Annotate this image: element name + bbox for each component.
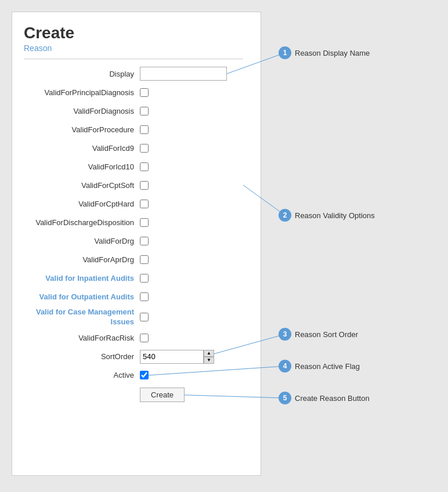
row-valid-inpatient: Valid for Inpatient Audits bbox=[24, 270, 243, 285]
checkbox-valid-drg[interactable] bbox=[140, 237, 149, 245]
label-valid-icd9: ValidForIcd9 bbox=[24, 144, 140, 153]
checkbox-valid-diagnosis[interactable] bbox=[140, 107, 149, 115]
checkbox-valid-aprdrg[interactable] bbox=[140, 255, 149, 264]
label-valid-inpatient: Valid for Inpatient Audits bbox=[24, 274, 140, 283]
row-valid-diagnosis: ValidForDiagnosis bbox=[24, 103, 243, 118]
row-valid-racrisk: ValidForRacRisk bbox=[24, 331, 243, 346]
annotation-2: 2 Reason Validity Options bbox=[279, 209, 375, 222]
active-row: Active bbox=[24, 368, 243, 383]
label-valid-racrisk: ValidForRacRisk bbox=[24, 334, 140, 342]
row-valid-case-mgmt: Valid for Case ManagementIssues bbox=[24, 308, 243, 327]
create-button-row: Create bbox=[24, 388, 243, 403]
row-valid-cpthard: ValidForCptHard bbox=[24, 196, 243, 211]
annotations-panel: 1 Reason Display Name 2 Reason Validity … bbox=[261, 12, 436, 476]
annotation-circle-2: 2 bbox=[279, 209, 291, 222]
sort-order-up-button[interactable]: ▲ bbox=[204, 350, 214, 357]
annotation-text-5: Create Reason Button bbox=[295, 394, 370, 403]
row-valid-icd10: ValidForIcd10 bbox=[24, 159, 243, 174]
checkbox-valid-inpatient[interactable] bbox=[140, 274, 149, 283]
checkbox-valid-discharge[interactable] bbox=[140, 218, 149, 227]
label-valid-cptsoft: ValidForCptSoft bbox=[24, 181, 140, 190]
label-valid-icd10: ValidForIcd10 bbox=[24, 162, 140, 171]
label-valid-procedure: ValidForProcedure bbox=[24, 125, 140, 134]
row-valid-cptsoft: ValidForCptSoft bbox=[24, 178, 243, 193]
row-valid-procedure: ValidForProcedure bbox=[24, 122, 243, 137]
sort-order-spinner: ▲ ▼ bbox=[204, 350, 214, 364]
annotation-circle-5: 5 bbox=[279, 392, 291, 404]
annotation-text-3: Reason Sort Order bbox=[295, 330, 358, 339]
row-valid-discharge: ValidForDischargeDisposition bbox=[24, 215, 243, 230]
checkbox-valid-cptsoft[interactable] bbox=[140, 181, 149, 190]
label-valid-case-mgmt: Valid for Case ManagementIssues bbox=[24, 308, 140, 327]
checkbox-valid-outpatient[interactable] bbox=[140, 292, 149, 301]
sort-order-input[interactable] bbox=[140, 350, 204, 364]
checkbox-valid-procedure[interactable] bbox=[140, 125, 149, 134]
annotation-circle-1: 1 bbox=[279, 46, 291, 59]
checkbox-valid-cpthard[interactable] bbox=[140, 200, 149, 208]
display-input[interactable] bbox=[140, 67, 227, 81]
label-valid-discharge: ValidForDischargeDisposition bbox=[24, 218, 140, 227]
checkbox-valid-case-mgmt[interactable] bbox=[140, 313, 149, 321]
annotation-circle-3: 3 bbox=[279, 328, 291, 341]
label-valid-principal-diagnosis: ValidForPrincipalDiagnosis bbox=[24, 88, 140, 97]
annotation-3: 3 Reason Sort Order bbox=[279, 328, 358, 341]
annotation-text-1: Reason Display Name bbox=[295, 49, 370, 57]
sort-order-label: SortOrder bbox=[24, 352, 140, 361]
label-valid-drg: ValidForDrg bbox=[24, 237, 140, 245]
checkbox-valid-racrisk[interactable] bbox=[140, 334, 149, 342]
sort-order-row: SortOrder ▲ ▼ bbox=[24, 349, 243, 364]
sort-order-down-button[interactable]: ▼ bbox=[204, 357, 214, 364]
annotation-4: 4 Reason Active Flag bbox=[279, 360, 360, 372]
active-label: Active bbox=[24, 371, 140, 379]
annotation-5: 5 Create Reason Button bbox=[279, 392, 370, 404]
label-valid-cpthard: ValidForCptHard bbox=[24, 200, 140, 208]
checkbox-valid-icd9[interactable] bbox=[140, 144, 149, 153]
section-title: Reason bbox=[24, 44, 243, 53]
annotation-circle-4: 4 bbox=[279, 360, 291, 372]
page-title: Create bbox=[24, 24, 243, 42]
annotation-1: 1 Reason Display Name bbox=[279, 46, 370, 59]
create-button[interactable]: Create bbox=[140, 388, 185, 402]
sort-order-wrapper: ▲ ▼ bbox=[140, 350, 214, 364]
row-valid-aprdrg: ValidForAprDrg bbox=[24, 252, 243, 267]
label-valid-aprdrg: ValidForAprDrg bbox=[24, 255, 140, 264]
label-valid-diagnosis: ValidForDiagnosis bbox=[24, 107, 140, 115]
display-label: Display bbox=[24, 70, 140, 78]
display-row: Display bbox=[24, 66, 243, 81]
annotation-text-2: Reason Validity Options bbox=[295, 211, 375, 220]
annotation-text-4: Reason Active Flag bbox=[295, 362, 360, 371]
divider bbox=[24, 59, 243, 59]
checkbox-valid-icd10[interactable] bbox=[140, 162, 149, 171]
row-valid-drg: ValidForDrg bbox=[24, 233, 243, 248]
row-valid-principal-diagnosis: ValidForPrincipalDiagnosis bbox=[24, 85, 243, 100]
outer-container: Create Reason Display ValidForPrincipalD… bbox=[12, 12, 436, 476]
row-valid-icd9: ValidForIcd9 bbox=[24, 140, 243, 155]
label-valid-outpatient: Valid for Outpatient Audits bbox=[24, 292, 140, 301]
form-card: Create Reason Display ValidForPrincipalD… bbox=[12, 12, 261, 476]
checkbox-valid-principal-diagnosis[interactable] bbox=[140, 88, 149, 97]
row-valid-outpatient: Valid for Outpatient Audits bbox=[24, 289, 243, 304]
active-checkbox[interactable] bbox=[140, 371, 149, 379]
